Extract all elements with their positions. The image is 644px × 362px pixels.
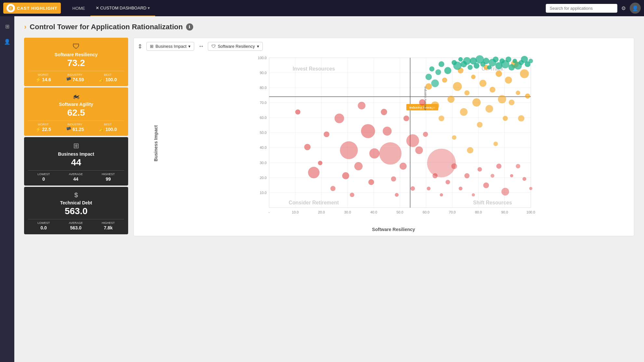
svg-point-69 xyxy=(369,148,379,158)
svg-point-149 xyxy=(510,174,513,177)
metric-stat-business-highest: HIGHEST 99 xyxy=(102,173,115,182)
svg-point-115 xyxy=(463,57,471,65)
svg-point-59 xyxy=(358,102,366,110)
metric-stat-business-lowest: LOWEST 0 xyxy=(37,173,50,182)
svg-point-112 xyxy=(453,62,462,70)
svg-point-156 xyxy=(436,69,441,75)
metric-icon-debt: $ xyxy=(28,191,124,199)
info-icon[interactable]: ℹ xyxy=(186,23,193,31)
metric-stat-industry: INDUSTRY 🏴 74.59 xyxy=(66,73,84,82)
metric-stat-debt-lowest: LOWEST 0.0 xyxy=(37,221,50,230)
svg-text:90.0: 90.0 xyxy=(501,210,508,214)
metric-stat-best: BEST 👍 100.0 xyxy=(99,73,117,82)
svg-point-53 xyxy=(340,141,358,159)
metric-stat-agility-industry: INDUSTRY 🏴 61.25 xyxy=(66,123,84,132)
svg-point-142 xyxy=(464,173,470,178)
x-axis-icon: 🛡 xyxy=(211,44,216,49)
svg-text:60.0: 60.0 xyxy=(260,116,267,120)
svg-point-110 xyxy=(444,67,451,74)
metric-card-technical-debt: $ Technical Debt 563.0 LOWEST 0.0 AVERAG… xyxy=(24,187,128,234)
svg-text:Industry Average: Industry Average xyxy=(424,86,427,110)
svg-text:70.0: 70.0 xyxy=(449,210,456,214)
svg-point-96 xyxy=(486,105,493,113)
svg-point-121 xyxy=(483,58,490,64)
svg-text:20.0: 20.0 xyxy=(318,210,325,214)
svg-point-75 xyxy=(403,115,409,121)
metric-stat-debt-highest: HIGHEST 7.8k xyxy=(102,221,115,230)
metric-card-software-agility: 🏍 Software Agility 62.5 WORST ⚡ 22.5 IND… xyxy=(24,87,128,136)
svg-text:60.0: 60.0 xyxy=(423,210,430,214)
svg-point-77 xyxy=(415,147,423,154)
metric-card-business-impact: ⊞ Business Impact 44 LOWEST 0 AVERAGE 44… xyxy=(24,137,128,186)
metric-icon-agility: 🏍 xyxy=(28,92,124,100)
svg-point-150 xyxy=(516,164,520,169)
svg-point-82 xyxy=(438,115,444,121)
navbar: C CAST HIGHLIGHT HOME ✕ CUSTOM DASHBOARD… xyxy=(0,0,644,16)
svg-text:50.0: 50.0 xyxy=(396,210,403,214)
chart-area: ⇕ ⊞ Business Impact ▾ ↔ 🛡 Software Resil… xyxy=(133,38,634,236)
user-icon[interactable]: 👤 xyxy=(630,3,641,14)
brand-logo[interactable]: C CAST HIGHLIGHT xyxy=(3,3,61,14)
svg-point-102 xyxy=(505,77,512,84)
metric-stats-resiliency: WORST ⚡ 14.6 INDUSTRY 🏴 74.59 BEST 👍 100… xyxy=(28,73,124,82)
chart-controls: ⇕ ⊞ Business Impact ▾ ↔ 🛡 Software Resil… xyxy=(138,42,630,51)
svg-point-107 xyxy=(520,69,529,78)
svg-text:Consider Retirement: Consider Retirement xyxy=(289,200,339,205)
svg-point-65 xyxy=(342,172,349,179)
svg-point-151 xyxy=(522,177,526,181)
x-axis-label: Software Resiliency xyxy=(157,227,630,232)
search-input[interactable] xyxy=(546,4,617,13)
metric-stats-business: LOWEST 0 AVERAGE 44 HIGHEST 99 xyxy=(28,173,124,182)
left-panel: 🛡 Software Resiliency 73.2 WORST ⚡ 14.6 … xyxy=(24,38,128,236)
filter-icon[interactable]: ⚙ xyxy=(617,5,630,11)
svg-text:100.0: 100.0 xyxy=(526,210,535,214)
svg-point-144 xyxy=(477,167,482,172)
svg-point-154 xyxy=(429,66,435,71)
svg-point-136 xyxy=(427,187,431,190)
svg-point-54 xyxy=(361,124,375,138)
svg-point-78 xyxy=(419,99,425,106)
x-axis-dropdown[interactable]: 🛡 Software Resiliency ▾ xyxy=(208,42,262,51)
svg-point-155 xyxy=(431,80,439,87)
svg-point-81 xyxy=(431,101,439,110)
svg-point-140 xyxy=(451,163,457,169)
svg-point-86 xyxy=(453,82,462,91)
svg-point-71 xyxy=(383,127,392,136)
svg-point-143 xyxy=(472,193,475,197)
svg-point-52 xyxy=(308,167,319,178)
svg-point-56 xyxy=(406,134,419,147)
metric-stat-agility-best: BEST 👍 100.0 xyxy=(99,123,117,132)
axis-swap-icon[interactable]: ⇕ xyxy=(138,43,142,50)
svg-point-84 xyxy=(448,96,455,103)
svg-point-88 xyxy=(460,108,468,116)
svg-point-67 xyxy=(354,162,363,171)
svg-point-57 xyxy=(427,149,456,177)
nav-home[interactable]: HOME xyxy=(67,0,90,16)
svg-point-68 xyxy=(368,179,374,185)
svg-point-106 xyxy=(518,115,525,122)
svg-point-83 xyxy=(442,78,447,83)
svg-point-103 xyxy=(509,99,515,105)
nav-dashboard[interactable]: ✕ CUSTOM DASHBOARD ▾ xyxy=(90,0,155,16)
svg-text:50.0: 50.0 xyxy=(260,131,267,135)
sidebar-grid-icon[interactable]: ⊞ xyxy=(3,21,11,32)
x-axis-chevron: ▾ xyxy=(257,44,259,49)
svg-text:20.0: 20.0 xyxy=(260,176,267,180)
svg-point-118 xyxy=(474,63,479,69)
main-content: › Control Tower for Application Rational… xyxy=(14,16,644,243)
metric-title-debt: Technical Debt xyxy=(28,200,124,205)
y-axis-dropdown[interactable]: ⊞ Business Impact ▾ xyxy=(146,42,194,51)
svg-point-64 xyxy=(330,186,336,191)
metric-value-agility: 62.5 xyxy=(28,108,124,118)
y-axis-icon: ⊞ xyxy=(150,44,154,49)
metric-stats-agility: WORST ⚡ 22.5 INDUSTRY 🏴 61.25 BEST 👍 100… xyxy=(28,123,124,132)
content-row: 🛡 Software Resiliency 73.2 WORST ⚡ 14.6 … xyxy=(24,38,634,236)
svg-point-91 xyxy=(471,75,476,79)
svg-text:Shift Resources: Shift Resources xyxy=(473,200,512,205)
sidebar-user-icon[interactable]: 👤 xyxy=(2,37,12,47)
svg-point-72 xyxy=(391,176,396,182)
svg-text:Invest Resources: Invest Resources xyxy=(293,66,335,71)
svg-point-128 xyxy=(505,57,511,62)
svg-point-137 xyxy=(433,173,438,178)
svg-point-153 xyxy=(425,74,432,80)
